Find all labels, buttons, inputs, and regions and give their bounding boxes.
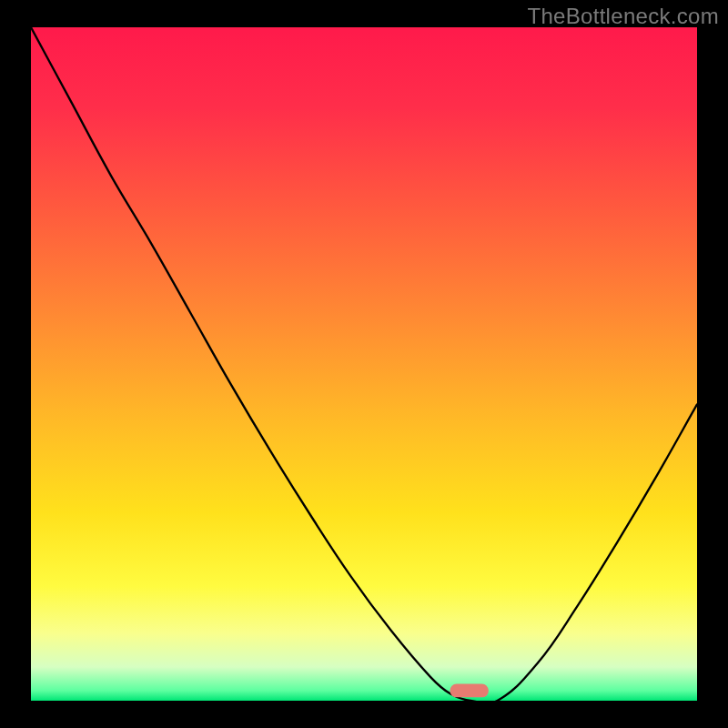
watermark-text: TheBottleneck.com	[527, 4, 719, 29]
gradient-rect	[31, 27, 697, 701]
plot-area	[31, 27, 697, 701]
chart-frame: TheBottleneck.com	[0, 0, 728, 728]
plot-svg	[31, 27, 697, 701]
optimum-marker	[450, 684, 488, 698]
